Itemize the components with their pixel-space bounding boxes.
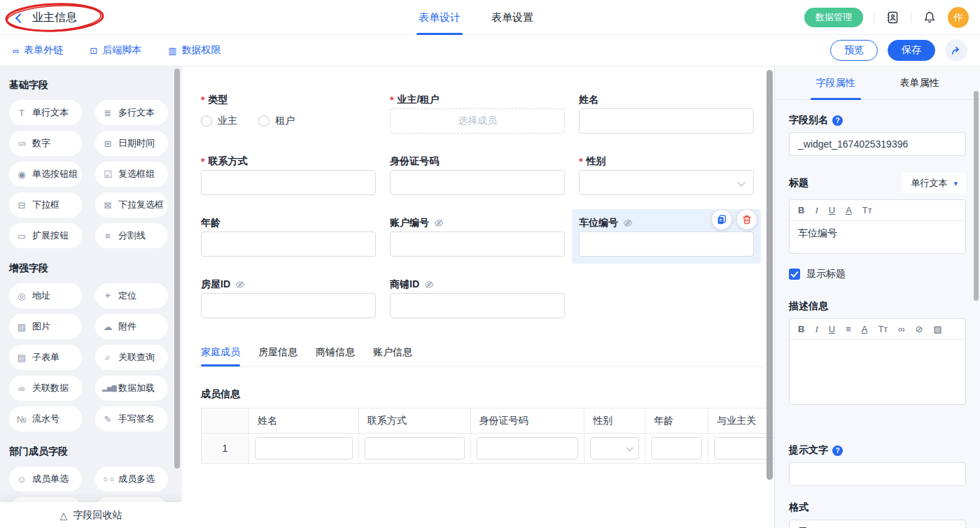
sidebar-item-member-single[interactable]: ☺ 成员单选 <box>9 466 82 492</box>
data-permission-link[interactable]: ▥ 数据权限 <box>168 44 220 57</box>
table-age-input[interactable] <box>651 437 702 459</box>
sidebar-item-checkbox-group[interactable]: ☑ 复选框组 <box>95 162 168 187</box>
align-button[interactable]: ≡ <box>846 324 851 334</box>
field-owner-tenant[interactable]: *业主/租户 选择成员 <box>390 93 565 134</box>
tab-family-members[interactable]: 家庭成员 <box>201 346 240 366</box>
field-type[interactable]: *类型 业主 租户 <box>201 93 376 134</box>
table-name-input[interactable] <box>255 437 353 459</box>
font-color-button[interactable]: A <box>846 205 852 215</box>
title-editor-body[interactable]: 车位编号 <box>790 221 965 253</box>
underline-button[interactable]: U <box>829 205 835 215</box>
bold-button[interactable]: B <box>798 324 804 334</box>
description-editor-body[interactable] <box>790 340 965 404</box>
field-age[interactable]: 年龄 <box>201 216 376 257</box>
sidebar-item-serial-number[interactable]: № 流水号 <box>9 406 82 431</box>
parking-no-input[interactable] <box>579 231 754 257</box>
radio-option-owner[interactable]: 业主 <box>201 115 237 127</box>
form-external-link[interactable]: ∞ 表单外链 <box>13 44 63 57</box>
field-gender[interactable]: *性别 <box>579 155 754 195</box>
table-contact-input[interactable] <box>365 437 465 459</box>
sidebar-item-number[interactable]: 123 数字 <box>9 131 82 156</box>
backend-script-link[interactable]: ⊡ 后端脚本 <box>90 44 141 57</box>
sidebar-item-single-line-text[interactable]: T 单行文本 <box>9 100 82 125</box>
sidebar-item-multi-line-text[interactable]: ≣ 多行文本 <box>95 100 168 125</box>
field-shop-id[interactable]: 商铺ID <box>390 278 565 318</box>
tab-account-info[interactable]: 账户信息 <box>373 346 412 366</box>
field-parking-no-selected[interactable]: 车位编号 <box>579 216 754 257</box>
tab-house-info[interactable]: 房屋信息 <box>258 346 298 366</box>
sidebar-item-address[interactable]: ◎ 地址 <box>9 283 82 308</box>
insert-image-button[interactable]: ▨ <box>933 324 941 334</box>
sidebar-item-signature[interactable]: ✎ 手写签名 <box>95 406 168 431</box>
save-button[interactable]: 保存 <box>888 40 935 61</box>
tab-form-properties[interactable]: 表单属性 <box>900 66 939 100</box>
tab-field-properties[interactable]: 字段属性 <box>816 66 855 100</box>
canvas-scrollbar[interactable] <box>766 70 773 480</box>
radio-option-tenant[interactable]: 租户 <box>258 115 295 127</box>
sidebar-item-image[interactable]: ▨ 图片 <box>9 314 82 339</box>
sidebar-scrollbar[interactable] <box>174 69 180 469</box>
bold-button[interactable]: B <box>798 205 804 215</box>
age-input[interactable] <box>201 231 376 257</box>
back-chevron-icon[interactable] <box>15 13 25 22</box>
delete-field-button[interactable] <box>737 210 757 229</box>
shop-id-input[interactable] <box>390 293 565 318</box>
copy-field-button[interactable] <box>712 210 732 229</box>
field-contact[interactable]: *联系方式 <box>201 155 376 195</box>
font-color-button[interactable]: A <box>862 324 868 334</box>
address-book-icon[interactable] <box>885 10 900 25</box>
sidebar-item-subform[interactable]: ▤ 子表单 <box>9 345 82 370</box>
unlink-button[interactable]: ⊘ <box>916 324 923 334</box>
sidebar-item-location[interactable]: ⌖ 定位 <box>95 283 168 308</box>
member-picker[interactable]: 选择成员 <box>390 108 565 134</box>
sidebar-item-attachment[interactable]: ☁ 附件 <box>95 314 168 339</box>
sidebar-item-datetime[interactable]: ⊞ 日期时间 <box>95 131 168 156</box>
notification-bell-icon[interactable] <box>922 10 937 25</box>
show-title-checkbox[interactable] <box>789 269 800 280</box>
font-size-button[interactable]: Tт <box>862 205 872 215</box>
field-account-no[interactable]: 账户编号 <box>390 216 565 257</box>
tab-shop-info[interactable]: 商铺信息 <box>316 346 355 366</box>
data-manage-button[interactable]: 数据管理 <box>804 8 863 27</box>
share-button[interactable] <box>945 39 967 62</box>
hint-input[interactable] <box>789 462 966 486</box>
radio-icon[interactable] <box>258 115 270 127</box>
underline-button[interactable]: U <box>829 324 835 334</box>
sidebar-item-dropdown[interactable]: ⊟ 下拉框 <box>9 192 82 217</box>
sidebar-item-member-multi[interactable]: ☺☺ 成员多选 <box>95 466 168 492</box>
tab-form-settings[interactable]: 表单设置 <box>491 0 533 35</box>
italic-button[interactable]: I <box>815 205 818 216</box>
house-id-input[interactable] <box>201 293 376 318</box>
tab-form-design[interactable]: 表单设计 <box>419 0 461 35</box>
table-gender-select[interactable] <box>590 437 639 459</box>
sidebar-item-extend-button[interactable]: ▭ 扩展按钮 <box>9 223 82 248</box>
field-name[interactable]: 姓名 <box>579 93 754 134</box>
contact-input[interactable] <box>201 170 376 195</box>
widget-type-dropdown[interactable]: 单行文本 ▾ <box>902 173 966 194</box>
sidebar-item-linked-query[interactable]: ⌕ 关联查询 <box>95 345 168 370</box>
alias-input[interactable] <box>789 132 966 156</box>
account-no-input[interactable] <box>390 231 565 257</box>
name-input[interactable] <box>579 108 754 134</box>
sidebar-item-radio-group[interactable]: ◉ 单选按钮组 <box>9 162 82 187</box>
format-select[interactable]: 无 <box>789 520 966 528</box>
sidebar-item-linked-data[interactable]: ∞ 关联数据 <box>9 376 82 401</box>
sidebar-item-divider-line[interactable]: ≡ 分割线 <box>95 223 168 248</box>
field-recycle-bin[interactable]: △ 字段回收站 <box>0 502 182 528</box>
field-id-number[interactable]: 身份证号码 <box>390 155 565 195</box>
user-avatar[interactable]: 作 <box>948 7 969 28</box>
back-navigation[interactable]: 业主信息 <box>17 0 77 35</box>
italic-button[interactable]: I <box>815 324 818 335</box>
panel-scrollbar[interactable] <box>974 91 979 301</box>
field-house-id[interactable]: 房屋ID <box>201 278 376 318</box>
help-icon[interactable]: ? <box>832 445 843 456</box>
id-number-input[interactable] <box>390 170 565 195</box>
table-id-number-input[interactable] <box>477 437 579 459</box>
table-relationship-input[interactable] <box>714 437 774 459</box>
link-button[interactable]: ∞ <box>898 324 904 334</box>
sidebar-item-data-load[interactable]: ▂▅▇ 数据加载 <box>95 376 168 401</box>
preview-button[interactable]: 预览 <box>830 40 878 61</box>
radio-icon[interactable] <box>201 115 212 127</box>
sidebar-item-multi-dropdown[interactable]: ⊠ 下拉复选框 <box>95 192 168 217</box>
font-size-button[interactable]: Tт <box>878 324 888 334</box>
